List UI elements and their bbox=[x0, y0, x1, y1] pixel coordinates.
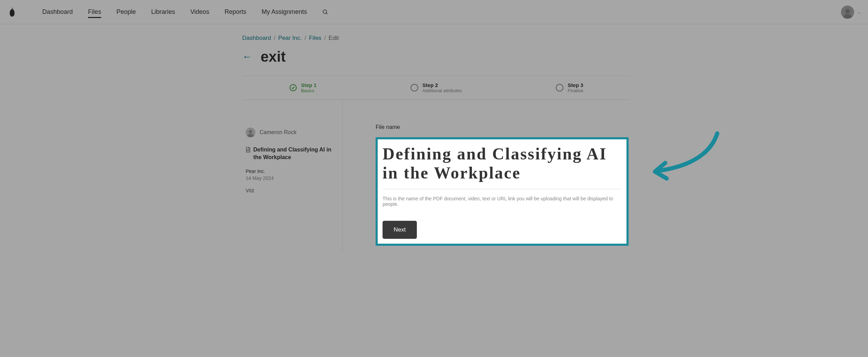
nav-right: ⌄ bbox=[841, 6, 861, 19]
svg-point-2 bbox=[845, 9, 850, 14]
main-content: Dashboard / Pear Inc. / Files / Edit ← e… bbox=[242, 24, 630, 263]
helper-text: This is the name of the PDF document, vi… bbox=[383, 196, 622, 207]
breadcrumb: Dashboard / Pear Inc. / Files / Edit bbox=[242, 35, 630, 42]
file-name-input[interactable] bbox=[383, 144, 622, 189]
nav-dashboard[interactable]: Dashboard bbox=[35, 0, 80, 24]
file-version: V02 bbox=[246, 188, 335, 193]
step-3-sub: Finalise bbox=[568, 88, 583, 93]
step-2-label: Step 2 bbox=[422, 82, 462, 88]
nav-people[interactable]: People bbox=[109, 0, 143, 24]
page-title: exit bbox=[261, 49, 286, 65]
user-avatar[interactable] bbox=[841, 6, 854, 19]
step-2-sub: Additional attributes bbox=[422, 88, 462, 93]
step-pending-icon bbox=[411, 84, 418, 92]
nav-search[interactable] bbox=[315, 9, 336, 15]
nav-libraries[interactable]: Libraries bbox=[143, 0, 183, 24]
page-header: ← exit bbox=[242, 49, 630, 65]
file-name-label: File name bbox=[376, 124, 630, 130]
nav-my-assignments[interactable]: My Assignments bbox=[254, 0, 315, 24]
step-3-label: Step 3 bbox=[568, 82, 583, 88]
nav-files[interactable]: Files bbox=[80, 0, 109, 24]
pear-logo-icon bbox=[8, 7, 16, 17]
highlighted-panel: This is the name of the PDF document, vi… bbox=[376, 137, 629, 246]
step-done-icon bbox=[289, 84, 297, 92]
back-arrow-icon[interactable]: ← bbox=[242, 51, 252, 62]
file-title: Defining and Classifying AI in the Workp… bbox=[253, 146, 335, 162]
author-avatar bbox=[246, 128, 255, 137]
step-2[interactable]: Step 2 Additional attributes bbox=[411, 82, 462, 93]
top-navigation: Dashboard Files People Libraries Videos … bbox=[0, 0, 868, 24]
form-area: File name This is the name of the PDF do… bbox=[343, 100, 630, 253]
chevron-down-icon[interactable]: ⌄ bbox=[858, 10, 861, 15]
breadcrumb-sep: / bbox=[305, 35, 306, 42]
breadcrumb-files[interactable]: Files bbox=[309, 35, 322, 42]
breadcrumb-sep: / bbox=[274, 35, 275, 42]
breadcrumb-sep: / bbox=[324, 35, 326, 42]
callout-arrow-icon bbox=[648, 130, 724, 185]
next-button[interactable]: Next bbox=[383, 221, 417, 239]
step-1-label: Step 1 bbox=[301, 82, 317, 88]
step-1-sub: Basics bbox=[301, 88, 317, 93]
step-pending-icon bbox=[556, 84, 563, 92]
breadcrumb-current: Edit bbox=[328, 35, 339, 42]
svg-line-1 bbox=[326, 13, 327, 14]
author-row: Cameron Rock bbox=[246, 128, 335, 137]
file-date: 14 May 2024 bbox=[246, 175, 335, 181]
nav-reports[interactable]: Reports bbox=[217, 0, 254, 24]
search-icon bbox=[322, 9, 328, 15]
svg-point-4 bbox=[249, 130, 252, 133]
user-icon bbox=[842, 8, 853, 19]
author-name: Cameron Rock bbox=[260, 129, 297, 136]
step-1[interactable]: Step 1 Basics bbox=[289, 82, 317, 93]
file-icon bbox=[246, 147, 251, 154]
editor-layout: Cameron Rock Defining and Classifying AI… bbox=[242, 100, 630, 253]
steps-indicator: Step 1 Basics Step 2 Additional attribut… bbox=[242, 76, 630, 100]
user-icon bbox=[246, 129, 255, 137]
breadcrumb-dashboard[interactable]: Dashboard bbox=[242, 35, 271, 42]
logo[interactable] bbox=[7, 7, 17, 17]
nav-left: Dashboard Files People Libraries Videos … bbox=[7, 0, 336, 24]
nav-videos[interactable]: Videos bbox=[183, 0, 217, 24]
svg-point-0 bbox=[323, 10, 327, 14]
step-3[interactable]: Step 3 Finalise bbox=[556, 82, 583, 93]
file-title-row: Defining and Classifying AI in the Workp… bbox=[246, 146, 335, 162]
file-info-sidebar: Cameron Rock Defining and Classifying AI… bbox=[242, 100, 343, 253]
file-company: Pear Inc. bbox=[246, 168, 335, 174]
breadcrumb-pear-inc[interactable]: Pear Inc. bbox=[278, 35, 302, 42]
